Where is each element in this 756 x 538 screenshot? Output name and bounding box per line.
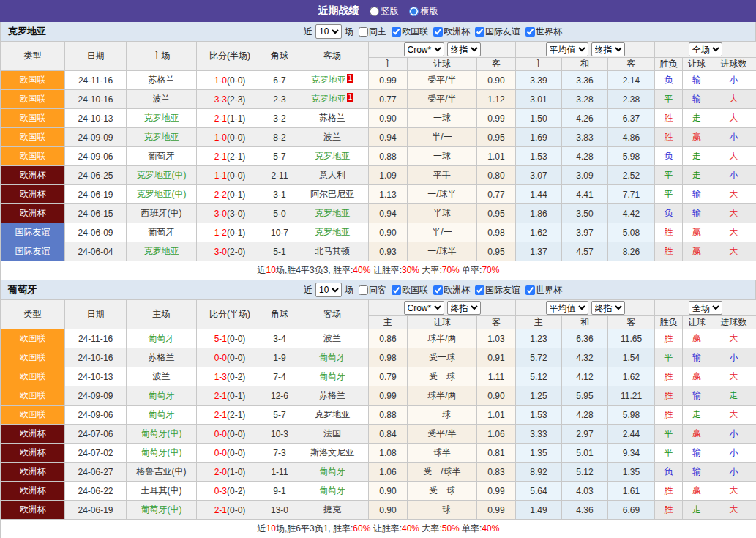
scope-select[interactable]: 全场 xyxy=(689,301,722,315)
avg-away-cell: 9.34 xyxy=(608,444,655,463)
odds-away-cell: 0.99 xyxy=(477,501,516,520)
fulltime-score: 0-0 xyxy=(214,429,227,439)
handicap-cell: 受一/球半 xyxy=(408,463,477,482)
odds-away-cell: 0.95 xyxy=(477,128,516,147)
away-team-cell: 波兰 xyxy=(296,329,369,348)
away-team-name: 法国 xyxy=(323,428,341,438)
halftime-score: (2-1) xyxy=(227,410,245,420)
subcolumn-header-7: 让球 xyxy=(683,316,711,329)
avg-home-cell: 1.50 xyxy=(516,109,562,128)
away-team-name: 克罗地亚 xyxy=(311,75,346,85)
column-header-4: 角球 xyxy=(263,42,296,71)
same-venue-checkbox[interactable] xyxy=(359,27,368,37)
competition-filter-checkbox[interactable] xyxy=(525,27,535,37)
vertical-layout-radio[interactable] xyxy=(370,7,379,16)
horizontal-layout-radio[interactable] xyxy=(409,7,419,16)
odds-stage-select[interactable]: 终指 xyxy=(447,301,481,315)
avg-source-select[interactable]: 平均值 xyxy=(546,301,588,315)
fulltime-score: 5-1 xyxy=(214,334,227,344)
competition-filter-checkbox[interactable] xyxy=(525,285,535,295)
odds-stage-select[interactable]: 终指 xyxy=(447,42,481,56)
competition-filter-checkbox[interactable] xyxy=(475,285,484,295)
away-team-cell: 斯洛文尼亚 xyxy=(296,444,369,463)
match-count-select[interactable]: 10 xyxy=(315,24,342,39)
away-team-name: 克罗地亚 xyxy=(311,94,346,104)
competition-filter-option[interactable]: 欧国联 xyxy=(388,284,428,296)
summary-stat-label: 场,胜6平3负1, 胜率: xyxy=(276,523,353,534)
competition-filter-checkbox[interactable] xyxy=(392,27,401,37)
avg-home-cell: 5.12 xyxy=(516,367,562,386)
handicap-cell: 球半/两 xyxy=(408,329,477,348)
summary-text: 近10场,胜4平3负3, 胜率:40% 让胜率:30% 大率:70% 单率:70… xyxy=(1,261,756,280)
result-wdl-cell: 平 xyxy=(655,90,683,109)
home-team-cell: 葡萄牙 xyxy=(127,147,197,166)
avg-draw-cell: 5.01 xyxy=(562,444,608,463)
avg-stage-select[interactable]: 终指 xyxy=(591,42,625,56)
handicap-cell: 受平/半 xyxy=(408,90,477,109)
corner-cell: 8-2 xyxy=(263,128,296,147)
score-cell: 3-3(2-3) xyxy=(197,90,263,109)
near-label: 近 xyxy=(304,26,312,38)
match-date: 24-10-13 xyxy=(65,109,127,128)
odds-home-cell: 0.88 xyxy=(369,406,408,425)
corner-cell: 10-3 xyxy=(263,425,296,444)
subcolumn-header-6: 胜负 xyxy=(655,316,683,329)
score-cell: 2-0(1-0) xyxy=(197,463,263,482)
competition-filter-option[interactable]: 世界杯 xyxy=(522,284,562,296)
subcolumn-header-1: 让球 xyxy=(408,316,477,329)
competition-filter-option[interactable]: 世界杯 xyxy=(522,26,562,38)
score-cell: 2-2(0-1) xyxy=(197,185,263,204)
avg-home-cell: 1.23 xyxy=(516,329,562,348)
home-team-name: 波兰 xyxy=(153,94,171,104)
avg-source-select[interactable]: 平均值 xyxy=(546,42,588,56)
away-team-name: 波兰 xyxy=(323,333,341,343)
match-count-select[interactable]: 10 xyxy=(315,283,342,297)
layout-option-vertical[interactable]: 竖版 xyxy=(370,5,399,18)
same-venue-option[interactable]: 同主 xyxy=(355,26,386,38)
match-date: 24-06-04 xyxy=(65,242,127,261)
odds-away-cell: 0.98 xyxy=(477,223,516,242)
competition-filter-option[interactable]: 国际友谊 xyxy=(471,284,520,296)
corner-cell: 7-3 xyxy=(263,444,296,463)
handicap-cell: 一/球半 xyxy=(408,242,477,261)
avg-away-cell: 11.65 xyxy=(608,329,655,348)
scope-select[interactable]: 全场 xyxy=(689,42,722,56)
fulltime-score: 0-0 xyxy=(214,448,227,458)
layout-option-horizontal[interactable]: 横版 xyxy=(409,5,438,18)
competition-filter-checkbox[interactable] xyxy=(433,285,443,295)
odds-company-select[interactable]: Crow* xyxy=(404,42,444,56)
summary-stat-value: 50% xyxy=(442,523,460,534)
competition-badge: 欧国联 xyxy=(1,90,65,109)
competition-filter-checkbox[interactable] xyxy=(433,27,443,37)
match-row: 欧洲杯24-06-19克罗地亚(中)2-2(0-1)3-1阿尔巴尼亚1.13一/… xyxy=(1,185,756,204)
competition-badge: 欧洲杯 xyxy=(1,166,65,185)
team-name: 葡萄牙 xyxy=(8,283,37,296)
handicap-cell: 受一球 xyxy=(408,348,477,367)
fulltime-score: 2-1 xyxy=(214,505,227,515)
away-team-name: 葡萄牙 xyxy=(319,352,345,362)
result-wdl-cell: 胜 xyxy=(655,242,683,261)
header-row-groups: 类型日期主场比分(半场)角球客场Crow*终指平均值终指全场 xyxy=(1,42,756,58)
competition-filter-option[interactable]: 欧洲杯 xyxy=(430,26,470,38)
match-date: 24-09-06 xyxy=(65,147,127,166)
home-team-name: 葡萄牙 xyxy=(149,333,175,343)
match-date: 24-09-06 xyxy=(65,406,127,425)
avg-home-cell: 1.37 xyxy=(516,242,562,261)
competition-filter-checkbox[interactable] xyxy=(392,285,401,295)
halftime-score: (0-0) xyxy=(227,505,245,515)
subcolumn-header-0: 主 xyxy=(369,58,408,71)
competition-filter-option[interactable]: 欧国联 xyxy=(388,26,428,38)
competition-filter-option[interactable]: 欧洲杯 xyxy=(430,284,470,296)
halftime-score: (0-0) xyxy=(227,171,245,181)
same-venue-option[interactable]: 同客 xyxy=(355,284,386,296)
odds-company-select[interactable]: Crow* xyxy=(404,301,444,315)
avg-stage-select[interactable]: 终指 xyxy=(591,301,625,315)
match-date: 24-10-13 xyxy=(65,367,127,386)
competition-filter-checkbox[interactable] xyxy=(475,27,484,37)
subcolumn-header-3: 主 xyxy=(516,58,562,71)
competition-filter-option[interactable]: 国际友谊 xyxy=(471,26,520,38)
same-venue-checkbox[interactable] xyxy=(359,285,368,295)
title-bar: 近期战绩 竖版 横版 xyxy=(0,0,756,22)
column-header-0: 类型 xyxy=(1,300,65,329)
summary-stat-label: 近 xyxy=(258,265,266,275)
